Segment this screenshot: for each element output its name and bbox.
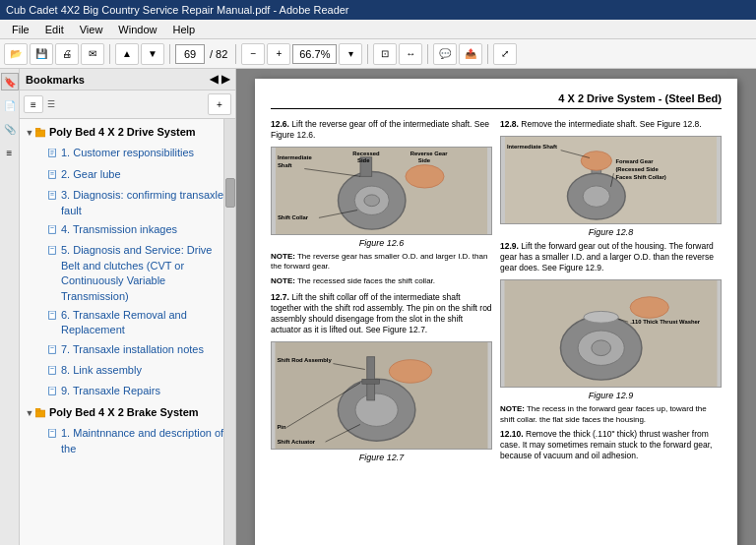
svg-text:Pin: Pin: [277, 425, 286, 431]
menu-bar: File Edit View Window Help: [0, 20, 756, 39]
bookmark-label-customer: 1. Customer responsibilities: [61, 146, 231, 160]
note-1: NOTE: The reverse gear has smaller O.D. …: [271, 252, 492, 272]
figure-12-6: Intermediate Shaft Recessed Side Reverse…: [271, 147, 492, 235]
step-12-7-text: 12.7. Lift the shift collar off of the i…: [271, 292, 492, 335]
menu-window[interactable]: Window: [110, 22, 164, 37]
bookmark-page-icon-10: [47, 426, 61, 443]
svg-rect-20: [49, 366, 56, 374]
figure-12-7-container: Shift Rod Assembly Pin Shift Actuator Fi…: [271, 341, 492, 462]
bookmark-customer-resp[interactable]: 1. Customer responsibilities: [20, 144, 235, 164]
bookmark-transaxle-repairs[interactable]: 9. Transaxle Repairs: [20, 382, 235, 402]
app-title: Cub Cadet 4X2 Big Country Service Repair…: [6, 4, 349, 16]
share-button[interactable]: 📤: [459, 43, 482, 65]
sidebar-scroll-area: ▼ Poly Bed 4 X 2 Drive System 1. Custome…: [20, 119, 235, 545]
title-bar: Cub Cadet 4X2 Big Country Service Repair…: [0, 0, 756, 20]
layers-icon[interactable]: ≡: [1, 144, 19, 161]
figure-12-9-caption: Figure 12.9: [500, 391, 722, 400]
fullscreen-button[interactable]: ⤢: [493, 43, 517, 65]
bookmark-label-transmission: 4. Transmission inkages: [61, 222, 231, 237]
step-12-9-text: 12.9. Lift the forward gear out of the h…: [500, 241, 722, 273]
bookmark-poly-bed-brake[interactable]: ▼ Poly Bed 4 X 2 Brake System: [20, 403, 235, 424]
comment-button[interactable]: 💬: [433, 43, 457, 65]
main-area: 🔖 📄 📎 ≡ Bookmarks ◀ ▶ ≡ ☰ + ▼: [0, 69, 756, 545]
separator-4: [367, 44, 368, 64]
bookmark-page-icon-5: [47, 243, 61, 260]
bookmark-page-icon-8: [47, 363, 61, 380]
attachments-icon[interactable]: 📎: [1, 120, 19, 138]
col-right: 12.8. Remove the intermediate shaft. See…: [500, 119, 722, 467]
figure-12-8-container: Intermediate Shaft Forward Gear (Recesse…: [500, 136, 722, 237]
zoom-out-button[interactable]: −: [241, 43, 265, 65]
sidebar-scrollbar[interactable]: [223, 119, 235, 545]
zoom-dropdown-button[interactable]: ▾: [339, 43, 362, 65]
separator-6: [487, 44, 488, 64]
next-page-button[interactable]: ▼: [141, 43, 164, 65]
bookmark-transaxle-install[interactable]: 7. Transaxle installation notes: [20, 340, 235, 361]
menu-edit[interactable]: Edit: [37, 22, 72, 37]
bookmark-label-transaxle-install: 7. Transaxle installation notes: [61, 342, 231, 357]
svg-point-59: [581, 151, 611, 171]
email-button[interactable]: ✉: [81, 43, 104, 65]
col-left: 12.6. Lift the reverse gear off of the i…: [271, 119, 492, 467]
toolbar: 📂 💾 🖨 ✉ ▲ ▼ / 82 − + ▾ ⊡ ↔ 💬 📤 ⤢: [0, 39, 756, 69]
bookmark-transaxle-removal[interactable]: 6. Transaxle Removal and Replacement: [20, 306, 235, 340]
figure-12-6-caption: Figure 12.6: [271, 238, 492, 248]
svg-point-48: [389, 360, 431, 384]
pages-panel-icon[interactable]: 📄: [1, 96, 19, 114]
prev-page-button[interactable]: ▲: [115, 43, 139, 65]
expand-sidebar-icon[interactable]: ▶: [221, 73, 229, 86]
menu-file[interactable]: File: [4, 22, 37, 37]
bookmark-label-transaxle-removal: 6. Transaxle Removal and Replacement: [61, 308, 231, 338]
bookmark-page-icon-9: [47, 384, 61, 400]
menu-help[interactable]: Help: [164, 22, 203, 37]
pdf-area[interactable]: 4 X 2 Drive System - (Steel Bed) 12.6. L…: [236, 69, 756, 545]
zoom-input[interactable]: [292, 44, 337, 64]
svg-text:.110 Thick Thrust Washer: .110 Thick Thrust Washer: [630, 319, 701, 325]
sidebar-scrollbar-thumb[interactable]: [225, 178, 235, 208]
bookmark-page-icon-6: [47, 308, 61, 325]
svg-rect-22: [49, 387, 56, 394]
collapse-sidebar-icon[interactable]: ◀: [210, 73, 218, 86]
svg-point-70: [584, 312, 618, 324]
svg-text:Shift Actuator: Shift Actuator: [277, 440, 315, 446]
print-button[interactable]: 🖨: [55, 43, 79, 65]
expand-icon-4: [35, 188, 47, 190]
separator-3: [235, 44, 236, 64]
bookmark-label-poly-bed-brake: Poly Bed 4 X 2 Brake System: [49, 405, 231, 420]
bookmark-link-assembly[interactable]: 8. Link assembly: [20, 361, 235, 382]
bookmark-maintenance[interactable]: 1. Maintnnance and description of the: [20, 424, 235, 458]
page-number-input[interactable]: [175, 44, 205, 64]
figure-12-8: Intermediate Shaft Forward Gear (Recesse…: [500, 136, 722, 224]
svg-text:Side: Side: [357, 157, 370, 163]
svg-text:(Recessed Side: (Recessed Side: [615, 166, 659, 172]
svg-text:Reverse Gear: Reverse Gear: [410, 151, 449, 156]
svg-text:Recessed: Recessed: [352, 151, 380, 156]
fit-page-button[interactable]: ⊡: [373, 43, 397, 65]
fit-width-button[interactable]: ↔: [399, 43, 422, 65]
svg-text:Shift Rod Assembly: Shift Rod Assembly: [277, 357, 332, 363]
step-12-8-text: 12.8. Remove the intermediate shaft. See…: [500, 119, 722, 130]
svg-point-33: [406, 165, 444, 188]
bookmark-label-diagnosis-service: 5. Diagnosis and Service: Drive Belt and…: [61, 243, 231, 304]
menu-view[interactable]: View: [72, 22, 111, 37]
open-button[interactable]: 📂: [4, 43, 28, 65]
bookmark-gear-lube[interactable]: 2. Gear lube: [20, 165, 235, 186]
bookmark-view-label: ☰: [47, 99, 55, 109]
svg-text:Shaft: Shaft: [278, 162, 292, 168]
zoom-in-button[interactable]: +: [267, 43, 290, 65]
separator-5: [427, 44, 428, 64]
bookmark-new-button[interactable]: +: [208, 93, 231, 115]
note-3: NOTE: The recess in the forward gear fac…: [500, 404, 722, 425]
bookmark-diagnosis-service[interactable]: 5. Diagnosis and Service: Drive Belt and…: [20, 241, 235, 306]
save-button[interactable]: 💾: [30, 43, 53, 65]
bookmark-options-button[interactable]: ≡: [24, 95, 43, 113]
expand-icon-brake: ▼: [24, 405, 35, 420]
bookmark-transmission[interactable]: 4. Transmission inkages: [20, 220, 235, 241]
bookmark-folder-icon-2: [35, 405, 49, 422]
expand-icon-2: [35, 146, 47, 148]
bookmark-diagnosis[interactable]: 3. Diagnosis: confirming transaxle fault: [20, 186, 235, 220]
bookmark-poly-bed-drive[interactable]: ▼ Poly Bed 4 X 2 Drive System: [20, 123, 235, 144]
bookmark-page-icon-4: [47, 222, 61, 239]
sidebar-header-icons: ◀ ▶: [210, 73, 229, 86]
bookmarks-panel-icon[interactable]: 🔖: [1, 73, 19, 91]
